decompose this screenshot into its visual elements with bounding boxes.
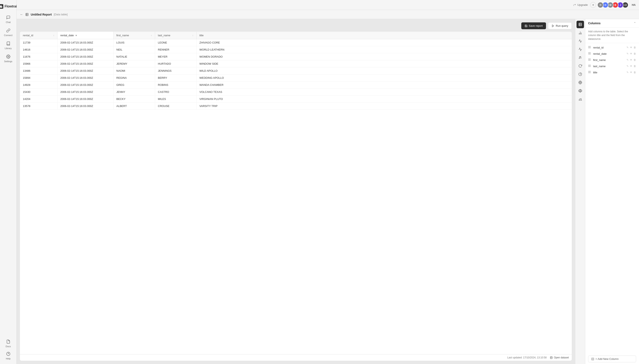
report-title[interactable]: Untitled Report [31, 13, 52, 16]
table-row: 158942006-02-14T15:16:03.000ZREGINABERRY… [20, 74, 572, 82]
viz-refresh-button[interactable] [576, 62, 584, 70]
svg-rect-27 [590, 52, 591, 53]
col-delete-button[interactable]: 🗑 [633, 65, 636, 68]
sidebar-item-help[interactable]: Help [1, 350, 15, 362]
svg-rect-4 [26, 13, 28, 16]
logo-icon [0, 4, 3, 9]
sidebar-item-library[interactable]: Library [1, 40, 15, 51]
last-updated-text: Last updated: 17/10/2024, 13:10:58 [507, 356, 547, 359]
save-report-button[interactable]: Save report [521, 22, 546, 29]
col-view-button[interactable]: 👁 [630, 71, 632, 74]
sidebar-item-chat-label: Chat [6, 21, 11, 24]
sidebar-item-chat[interactable]: Chat [1, 14, 15, 25]
col-name-label: title [593, 71, 625, 74]
cell-title: VOLCANO TEXAS [196, 88, 572, 96]
viz-radar-button[interactable] [576, 87, 584, 94]
col-header-rental-id[interactable]: rental_id ↕ [20, 32, 57, 39]
cell-rental_id: 13486 [20, 67, 57, 74]
viz-line-button[interactable] [576, 37, 584, 45]
sidebar-item-connect[interactable]: Connect [1, 27, 15, 38]
column-item-rental_id[interactable]: rental_id ✎ 👁 🗑 [585, 44, 639, 50]
col-actions: ✎ 👁 🗑 [626, 52, 636, 55]
cell-last_name: HURTADO [155, 60, 196, 67]
avatar-h1[interactable]: H [597, 2, 603, 8]
back-button[interactable]: ← [20, 13, 23, 16]
col-edit-button[interactable]: ✎ [626, 71, 629, 74]
cell-title: ZHIVAGO CORE [196, 39, 572, 46]
col-view-button[interactable]: 👁 [630, 58, 632, 61]
col-view-button[interactable]: 👁 [630, 65, 632, 68]
cell-title: VIRGINIAN PLUTO [196, 96, 572, 102]
col-header-rental-date[interactable]: rental_date ▼ [57, 32, 113, 39]
cell-rental_date: 2006-02-14T15:16:03.000Z [57, 39, 113, 46]
column-item-rental_date[interactable]: rental_date ✎ 👁 🗑 [585, 50, 639, 57]
column-item-last_name[interactable]: last_name ✎ 👁 🗑 [585, 63, 639, 69]
sidebar-item-docs[interactable]: Docs [1, 338, 15, 349]
chat-icon [6, 15, 10, 20]
table-row: 146162006-02-14T15:16:03.000ZNEILRENNERW… [20, 46, 572, 53]
col-view-button[interactable]: 👁 [630, 52, 632, 55]
cell-rental_id: 15430 [20, 88, 57, 96]
svg-rect-31 [590, 59, 591, 60]
cell-title: WINDOW SIDE [196, 60, 572, 67]
col-delete-button[interactable]: 🗑 [633, 52, 636, 55]
col-header-first-name[interactable]: first_name ↕ [113, 32, 155, 39]
col-name-label: last_name [593, 65, 625, 68]
cell-rental_id: 11739 [20, 39, 57, 46]
col-header-last-name[interactable]: last_name ↕ [155, 32, 196, 39]
cell-rental_date: 2006-02-14T15:16:03.000Z [57, 102, 113, 110]
svg-rect-37 [590, 66, 591, 67]
chevron-down-icon: ▼ [75, 34, 77, 37]
report-header: ← Untitled Report [Data table] [17, 10, 639, 19]
svg-point-15 [580, 56, 581, 57]
sidebar: Flowtrail Chat Connect Library [0, 0, 17, 364]
upgrade-label: Upgrade [577, 3, 588, 6]
add-button[interactable]: + [590, 2, 596, 8]
add-column-button[interactable]: + Add New Column [588, 356, 636, 362]
cell-rental_id: 14204 [20, 96, 57, 102]
collapse-panel-button[interactable]: ⌃ [633, 22, 636, 25]
viz-area-button[interactable] [576, 46, 584, 53]
col-edit-button[interactable]: ✎ [626, 58, 629, 61]
viz-bar-button[interactable] [576, 29, 584, 36]
cell-rental_id: 11676 [20, 53, 57, 60]
viz-mountain-button[interactable] [576, 95, 584, 103]
run-query-button[interactable]: Run query [548, 22, 572, 29]
col-grid-icon [588, 46, 591, 49]
cell-rental_id: 13578 [20, 102, 57, 110]
cell-last_name: CROUSE [155, 102, 196, 110]
viz-globe-button[interactable] [576, 79, 584, 86]
col-delete-button[interactable]: 🗑 [633, 58, 636, 61]
col-edit-button[interactable]: ✎ [626, 65, 629, 68]
col-delete-button[interactable]: 🗑 [633, 46, 636, 49]
cell-rental_date: 2006-02-14T15:16:03.000Z [57, 46, 113, 53]
cell-rental_date: 2006-02-14T15:16:03.000Z [57, 60, 113, 67]
table-row: 154302006-02-14T15:16:03.000ZJENNYCASTRO… [20, 88, 572, 96]
column-item-first_name[interactable]: first_name ✎ 👁 🗑 [585, 57, 639, 63]
col-view-button[interactable]: 👁 [630, 46, 632, 49]
viz-pie-button[interactable] [576, 70, 584, 78]
svg-rect-41 [590, 72, 591, 73]
table-row: 135782006-02-14T15:16:03.000ZALBERTCROUS… [20, 102, 572, 110]
sidebar-item-settings[interactable]: Settings [1, 53, 15, 64]
col-edit-button[interactable]: ✎ [626, 52, 629, 55]
col-delete-button[interactable]: 🗑 [633, 71, 636, 74]
cell-first_name: NAOMI [113, 67, 155, 74]
app-name: Flowtrail [5, 4, 18, 8]
viz-scatter-button[interactable] [576, 54, 584, 61]
svg-rect-35 [590, 65, 591, 66]
app-logo[interactable]: Flowtrail [0, 2, 18, 12]
cell-rental_date: 2006-02-14T15:16:03.000Z [57, 67, 113, 74]
svg-point-13 [580, 58, 581, 58]
viz-table-button[interactable] [576, 21, 584, 28]
col-header-title[interactable]: title [196, 32, 572, 39]
open-dataset-button[interactable]: Open dataset [550, 356, 569, 359]
cell-last_name: CASTRO [155, 88, 196, 96]
table-scroll[interactable]: rental_id ↕ rental_date ▼ [20, 32, 572, 354]
col-edit-button[interactable]: ✎ [626, 46, 629, 49]
save-icon [525, 24, 528, 27]
column-item-title[interactable]: title ✎ 👁 🗑 [585, 69, 639, 76]
library-icon [6, 42, 10, 46]
cell-rental_date: 2006-02-14T15:16:03.000Z [57, 88, 113, 96]
upgrade-button[interactable]: Upgrade [573, 3, 588, 6]
